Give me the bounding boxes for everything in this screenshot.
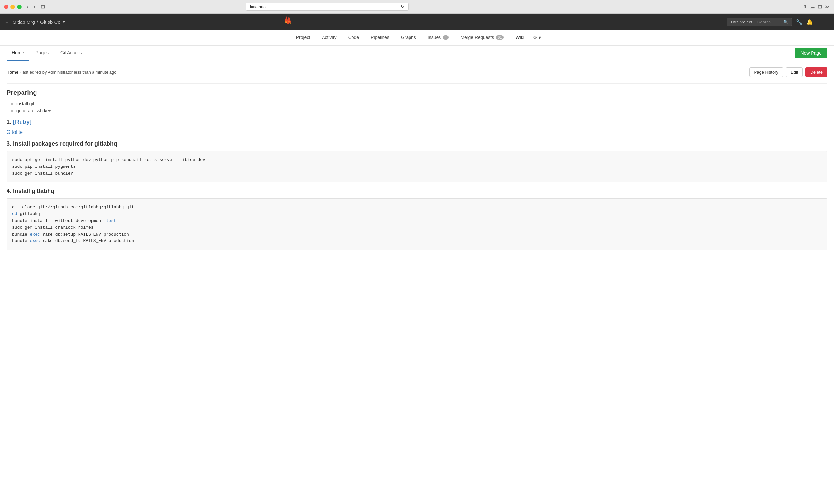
secondary-nav-items: Project Activity Code Pipelines Graphs I…: [290, 30, 530, 45]
merge-requests-badge: 61: [496, 35, 504, 40]
wiki-content: Preparing install git generate ssh key 1…: [6, 89, 828, 250]
preparing-list: install git generate ssh key: [16, 101, 828, 113]
new-page-button[interactable]: New Page: [795, 48, 828, 58]
delete-button[interactable]: Delete: [805, 67, 828, 77]
list-item-install-git: install git: [16, 101, 828, 106]
url-text: localhost: [250, 4, 266, 9]
wiki-tabs-bar: Home Pages Git Access New Page: [0, 46, 834, 61]
fullscreen-button[interactable]: ⊡: [818, 4, 822, 10]
share-button[interactable]: ⬆: [803, 4, 807, 10]
search-scope-label: This project: [730, 20, 752, 24]
reload-icon[interactable]: ↻: [401, 4, 404, 9]
code-test-keyword: test: [106, 218, 116, 223]
numbered-heading-1: 1. [Ruby]: [6, 118, 828, 126]
nav-item-issues[interactable]: Issues 4: [422, 30, 455, 45]
bell-button[interactable]: 🔔: [806, 19, 813, 25]
code-block-install: git clone git://github.com/gitlabhq/gitl…: [6, 198, 828, 250]
extensions-button[interactable]: ≫: [825, 4, 830, 10]
main-content: Home · last edited by Administrator less…: [0, 61, 834, 262]
search-label: Search: [758, 20, 771, 24]
nav-right: This project Search 🔍 🔧 🔔 + →: [727, 18, 829, 26]
breadcrumb-dropdown-icon[interactable]: ▾: [63, 19, 65, 25]
nav-item-merge-requests[interactable]: Merge Requests 61: [455, 30, 509, 45]
heading-preparing: Preparing: [6, 89, 828, 96]
wrench-button[interactable]: 🔧: [796, 19, 803, 25]
tab-pages[interactable]: Pages: [30, 46, 54, 61]
cloud-button[interactable]: ☁: [810, 4, 815, 10]
nav-item-wiki[interactable]: Wiki: [509, 30, 530, 45]
code-block-packages: sudo apt-get install python-dev python-p…: [6, 151, 828, 182]
divider: [6, 83, 828, 84]
code-exec-keyword-2: exec: [30, 239, 40, 243]
nav-item-code[interactable]: Code: [343, 30, 365, 45]
nav-breadcrumb: Gitlab Org / Gitlab Ce ▾: [13, 19, 65, 25]
gitolite-heading: Gitolite: [6, 129, 828, 135]
browser-actions: ⬆ ☁ ⊡ ≫: [803, 4, 830, 10]
page-history-button[interactable]: Page History: [749, 67, 783, 77]
sidebar-toggle-button[interactable]: ⊡: [39, 3, 47, 10]
settings-gear-button[interactable]: ⚙ ▾: [530, 30, 544, 45]
search-box[interactable]: This project Search 🔍: [727, 18, 792, 26]
search-icon: 🔍: [783, 20, 788, 24]
minimize-button[interactable]: [10, 4, 15, 9]
maximize-button[interactable]: [17, 4, 22, 9]
secondary-navigation: Project Activity Code Pipelines Graphs I…: [0, 30, 834, 46]
secondary-nav-wrapper: Project Activity Code Pipelines Graphs I…: [290, 30, 544, 45]
plus-button[interactable]: +: [817, 19, 820, 25]
browser-chrome: ‹ › ⊡ localhost ↻ ⬆ ☁ ⊡ ≫: [0, 0, 834, 14]
hamburger-icon[interactable]: ≡: [5, 19, 9, 25]
nav-left: ≡ Gitlab Org / Gitlab Ce ▾: [5, 19, 65, 25]
nav-item-pipelines[interactable]: Pipelines: [365, 30, 395, 45]
breadcrumb-separator: /: [37, 19, 38, 25]
page-header: Home · last edited by Administrator less…: [6, 67, 828, 77]
forward-button[interactable]: ›: [31, 3, 37, 10]
nav-item-activity[interactable]: Activity: [316, 30, 342, 45]
page-header-info: Home · last edited by Administrator less…: [6, 70, 749, 74]
gitlab-logo[interactable]: [282, 16, 293, 28]
signout-button[interactable]: →: [824, 19, 829, 25]
code-exec-keyword-1: exec: [30, 232, 40, 237]
gitlab-app: ≡ Gitlab Org / Gitlab Ce ▾ This project: [0, 14, 834, 504]
tab-home[interactable]: Home: [6, 46, 29, 61]
url-bar[interactable]: localhost ↻: [246, 3, 409, 11]
nav-item-project[interactable]: Project: [290, 30, 316, 45]
page-edit-info: · last edited by Administrator less than…: [20, 70, 117, 74]
close-button[interactable]: [4, 4, 8, 9]
list-item-ssh-key: generate ssh key: [16, 108, 828, 113]
gitolite-link[interactable]: Gitolite: [6, 129, 23, 135]
traffic-lights: [4, 4, 22, 9]
breadcrumb-org[interactable]: Gitlab Org: [13, 19, 35, 25]
nav-item-graphs[interactable]: Graphs: [395, 30, 422, 45]
heading-install-gitlabhq: 4. Install gitlabhq: [6, 188, 828, 195]
top-navigation: ≡ Gitlab Org / Gitlab Ce ▾ This project: [0, 14, 834, 30]
back-button[interactable]: ‹: [25, 3, 30, 10]
tab-git-access[interactable]: Git Access: [55, 46, 87, 61]
page-breadcrumb: Home: [6, 70, 18, 74]
browser-navigation: ‹ › ⊡: [25, 3, 47, 10]
breadcrumb-project[interactable]: Gitlab Ce: [40, 19, 61, 25]
heading-packages: 3. Install packages required for gitlabh…: [6, 140, 828, 147]
issues-badge: 4: [443, 35, 448, 40]
code-cd-keyword: cd: [12, 212, 17, 216]
page-header-actions: Page History Edit Delete: [749, 67, 828, 77]
edit-button[interactable]: Edit: [786, 67, 803, 77]
ruby-link[interactable]: [Ruby]: [13, 118, 31, 125]
